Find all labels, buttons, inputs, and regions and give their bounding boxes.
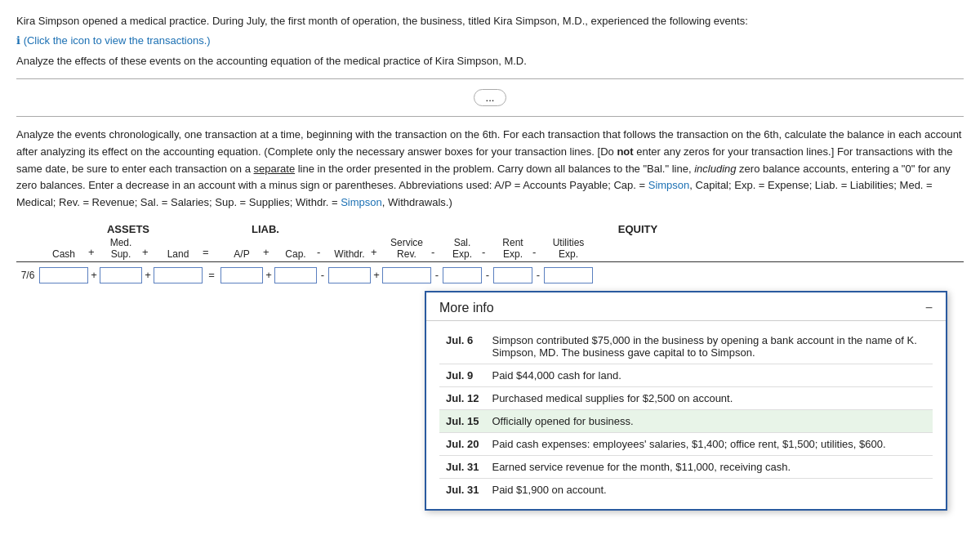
- more-info-close-button[interactable]: −: [925, 301, 933, 315]
- equation-row-76: 7/6 + + = + - + - - -: [16, 267, 964, 283]
- col-cash: Cash: [39, 248, 88, 260]
- divider-top: [16, 78, 964, 79]
- col-sup-label: Sup.: [111, 248, 131, 260]
- col-sal-label: Sal.: [454, 237, 471, 248]
- click-icon[interactable]: ℹ: [16, 34, 20, 47]
- sal-input[interactable]: [443, 267, 482, 283]
- transaction-description: Paid $1,900 on account.: [485, 479, 933, 502]
- transaction-description: Simpson contributed $75,000 in the busin…: [485, 329, 933, 364]
- liab-label: LIAB.: [235, 223, 296, 235]
- click-link[interactable]: (Click the icon to view the transactions…: [24, 34, 211, 47]
- transaction-date: Jul. 12: [439, 387, 485, 410]
- med-sup-input[interactable]: [100, 267, 142, 283]
- assets-label: ASSETS: [39, 223, 217, 235]
- row-label-76: 7/6: [16, 270, 39, 281]
- equation-wrapper: ASSETS LIAB. EQUITY Cash + Med. Sup. + L: [16, 223, 964, 283]
- transaction-date: Jul. 31: [439, 479, 485, 502]
- transaction-row: Jul. 9Paid $44,000 cash for land.: [439, 364, 933, 387]
- more-info-header: More info −: [426, 292, 946, 321]
- equity-label: EQUITY: [312, 223, 964, 235]
- col-util-exp-label: Exp.: [559, 248, 578, 260]
- transaction-row: Jul. 6Simpson contributed $75,000 in the…: [439, 329, 933, 364]
- service-rev-input[interactable]: [382, 267, 431, 283]
- divider-bottom: [16, 116, 964, 117]
- col-cap: Cap.: [274, 248, 317, 260]
- rent-input[interactable]: [493, 267, 532, 283]
- instructions-text: Analyze the events chronologically, one …: [16, 127, 964, 212]
- col-sal-exp-label: Exp.: [452, 248, 472, 260]
- more-info-body: Jul. 6Simpson contributed $75,000 in the…: [426, 321, 946, 509]
- transaction-description: Paid $44,000 cash for land.: [485, 364, 933, 387]
- transaction-date: Jul. 20: [439, 433, 485, 456]
- analyze-text: Analyze the effects of these events on t…: [16, 53, 964, 69]
- withdr-input[interactable]: [328, 267, 371, 283]
- transaction-description: Purchased medical supplies for $2,500 on…: [485, 387, 933, 410]
- ellipsis-button[interactable]: ...: [474, 89, 507, 106]
- cap-input[interactable]: [274, 267, 317, 283]
- transaction-date: Jul. 15: [439, 410, 485, 433]
- transaction-row: Jul. 20Paid cash expenses: employees' sa…: [439, 433, 933, 456]
- land-input[interactable]: [154, 267, 203, 283]
- col-util-label: Utilities: [553, 237, 585, 248]
- col-service-label: Service: [390, 237, 423, 248]
- transaction-date: Jul. 9: [439, 364, 485, 387]
- transaction-row: Jul. 31Paid $1,900 on account.: [439, 479, 933, 502]
- col-rent-exp-label: Exp.: [503, 248, 523, 260]
- util-input[interactable]: [544, 267, 593, 283]
- ap-input[interactable]: [220, 267, 263, 283]
- col-rev-label: Rev.: [397, 248, 416, 260]
- transaction-row: Jul. 15Officially opened for business.: [439, 410, 933, 433]
- col-med-label: Med.: [110, 237, 132, 248]
- transactions-table: Jul. 6Simpson contributed $75,000 in the…: [439, 329, 933, 501]
- cash-input[interactable]: [39, 267, 88, 283]
- transaction-description: Paid cash expenses: employees' salaries,…: [485, 433, 933, 456]
- transaction-date: Jul. 31: [439, 456, 485, 479]
- col-land: Land: [154, 248, 203, 260]
- transaction-description: Earned service revenue for the month, $1…: [485, 456, 933, 479]
- transaction-description: Officially opened for business.: [485, 410, 933, 433]
- transaction-row: Jul. 12Purchased medical supplies for $2…: [439, 387, 933, 410]
- transaction-date: Jul. 6: [439, 329, 485, 364]
- more-info-popup: More info − Jul. 6Simpson contributed $7…: [425, 291, 947, 511]
- column-headers: Cash + Med. Sup. + Land = A/P + Cap. - W…: [16, 237, 964, 262]
- col-ap: A/P: [220, 248, 263, 260]
- col-rent-label: Rent: [502, 237, 523, 248]
- more-info-title: More info: [439, 301, 494, 315]
- col-withdr: Withdr.: [328, 248, 371, 260]
- section-headers: ASSETS LIAB. EQUITY: [16, 223, 964, 235]
- intro-paragraph: Kira Simpson opened a medical practice. …: [16, 13, 964, 29]
- transaction-row: Jul. 31Earned service revenue for the mo…: [439, 456, 933, 479]
